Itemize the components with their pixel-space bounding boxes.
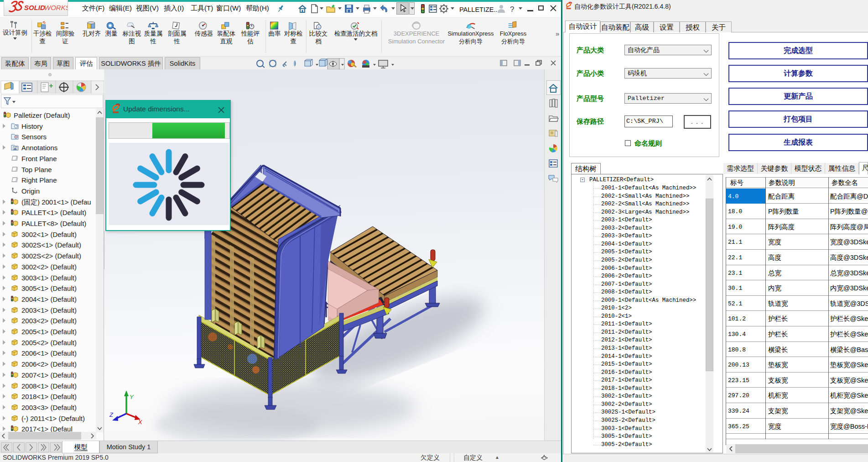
svg-text:Z: Z: [109, 411, 114, 418]
svg-text:Y: Y: [130, 394, 134, 400]
svg-text:SOLID: SOLID: [24, 4, 45, 11]
svg-text:?: ?: [318, 26, 320, 30]
svg-text:X: X: [138, 419, 143, 425]
svg-text:WORKS: WORKS: [44, 4, 68, 11]
